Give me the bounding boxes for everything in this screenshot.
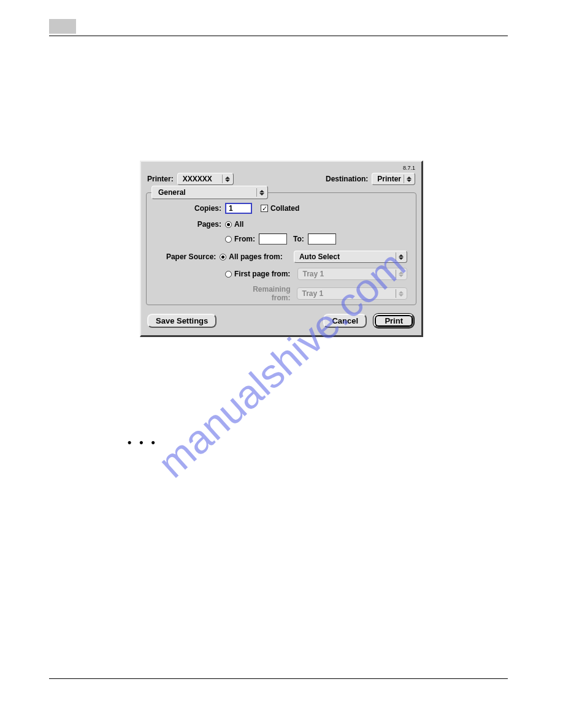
version-label: 8.7.1 xyxy=(403,165,415,171)
print-button[interactable]: Print xyxy=(373,314,414,328)
updown-icon xyxy=(396,252,404,261)
copies-input[interactable]: 1 xyxy=(225,203,252,214)
header-tab xyxy=(49,19,76,34)
ellipsis: • • • xyxy=(128,436,158,449)
updown-icon xyxy=(396,289,404,298)
pages-to-label: To: xyxy=(293,235,304,243)
footer-rule xyxy=(49,678,508,679)
destination-label: Destination: xyxy=(326,175,368,183)
all-pages-from-radio[interactable] xyxy=(220,254,226,260)
first-page-from-value: Tray 1 xyxy=(303,270,324,278)
remaining-from-label: Remaining from: xyxy=(233,285,290,302)
updown-icon xyxy=(404,175,412,183)
all-pages-from-label: All pages from: xyxy=(229,252,288,261)
cancel-button[interactable]: Cancel xyxy=(323,314,367,328)
header-rule xyxy=(49,36,508,36)
general-panel: General Copies: 1 ✓ Collated Pages: All … xyxy=(146,192,416,305)
all-pages-from-select[interactable]: Auto Select xyxy=(294,251,407,263)
checkmark-icon: ✓ xyxy=(262,205,267,212)
printer-value: XXXXXX xyxy=(183,175,212,183)
print-dialog: 8.7.1 Printer: XXXXXX Destination: Print… xyxy=(140,161,423,337)
remaining-from-value: Tray 1 xyxy=(302,289,324,298)
copies-label: Copies: xyxy=(155,204,221,213)
paper-source-label: Paper Source: xyxy=(155,252,216,261)
panel-select[interactable]: General xyxy=(151,186,268,199)
updown-icon xyxy=(222,175,231,183)
pages-label: Pages: xyxy=(155,220,221,229)
collated-checkbox[interactable]: ✓ xyxy=(261,205,268,212)
first-page-from-radio[interactable] xyxy=(225,271,232,278)
first-page-from-label: First page from: xyxy=(234,270,291,278)
destination-value: Printer xyxy=(377,175,401,183)
pages-from-input[interactable] xyxy=(259,233,287,245)
remaining-from-select: Tray 1 xyxy=(297,287,407,300)
updown-icon xyxy=(256,188,265,197)
pages-from-label: From: xyxy=(234,235,255,243)
printer-label: Printer: xyxy=(147,175,174,183)
printer-select[interactable]: XXXXXX xyxy=(177,173,234,185)
first-page-from-select: Tray 1 xyxy=(297,268,407,280)
updown-icon xyxy=(396,270,404,278)
all-pages-from-value: Auto Select xyxy=(299,252,340,261)
destination-select[interactable]: Printer xyxy=(372,173,415,185)
pages-all-radio[interactable] xyxy=(225,221,232,228)
pages-all-label: All xyxy=(234,220,243,229)
pages-from-radio[interactable] xyxy=(225,236,232,243)
save-settings-button[interactable]: Save Settings xyxy=(147,314,216,328)
page-header xyxy=(49,18,508,34)
pages-to-input[interactable] xyxy=(308,233,336,245)
panel-value: General xyxy=(158,188,186,197)
collated-label: Collated xyxy=(270,204,299,213)
